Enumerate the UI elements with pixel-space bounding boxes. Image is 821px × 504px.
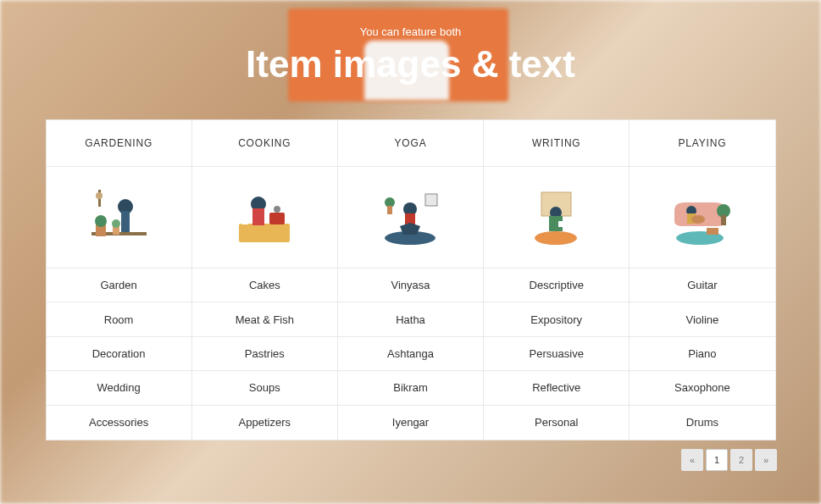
col-writing: WRITING Descriptive Expository Persuasiv… [484,120,630,440]
item-expository[interactable]: Expository [484,302,629,336]
item-descriptive[interactable]: Descriptive [484,269,629,302]
item-pastries[interactable]: Pastries [192,337,337,371]
svg-rect-32 [707,228,718,235]
header: You can feature both Item images & text [0,0,821,86]
svg-rect-2 [121,211,130,232]
item-accessories[interactable]: Accessories [47,406,191,440]
page-title: Item images & text [0,43,821,86]
col-header-gardening: GARDENING [47,120,191,167]
item-wedding[interactable]: Wedding [47,371,191,405]
svg-point-13 [274,206,280,213]
svg-point-6 [112,219,120,228]
col-yoga: YOGA Vinyasa Hatha Ashtanga Bikram Iyeng… [338,120,484,440]
item-violine[interactable]: Violine [630,302,774,336]
item-iyengar[interactable]: Iyengar [338,406,483,440]
svg-rect-20 [387,206,392,214]
col-playing: PLAYING Guitar Violine Piano Saxophone D… [630,120,774,440]
img-gardening [47,167,191,269]
col-header-playing: PLAYING [630,120,774,167]
item-garden[interactable]: Garden [47,269,191,302]
svg-point-29 [691,215,705,224]
item-ashtanga[interactable]: Ashtanga [338,337,483,371]
gardening-illustration-icon [83,186,155,249]
item-bikram[interactable]: Bikram [338,371,483,405]
img-writing [484,167,629,269]
page-1-button[interactable]: 1 [706,449,728,471]
svg-point-4 [95,215,107,227]
category-grid: GARDENING Garden Room Decoration Wedding… [46,119,776,440]
col-header-writing: WRITING [484,120,629,167]
item-appetizers[interactable]: Appetizers [192,406,337,440]
svg-rect-25 [558,221,567,227]
svg-rect-18 [425,194,437,206]
img-cooking [192,167,337,269]
item-guitar[interactable]: Guitar [630,269,774,302]
cooking-illustration-icon [229,186,301,249]
item-saxophone[interactable]: Saxophone [630,371,774,405]
item-persuasive[interactable]: Persuasive [484,337,629,371]
img-playing [630,167,774,269]
img-yoga [338,167,483,269]
item-hatha[interactable]: Hatha [338,302,483,336]
svg-rect-9 [239,224,290,242]
writing-illustration-icon [520,186,592,249]
svg-rect-31 [721,215,726,225]
svg-rect-12 [269,213,285,224]
item-piano[interactable]: Piano [630,337,774,371]
pagination: « 1 2 » [0,449,777,471]
item-room[interactable]: Room [47,302,191,336]
col-header-yoga: YOGA [338,120,483,167]
col-header-cooking: COOKING [192,120,337,167]
item-soups[interactable]: Soups [192,371,337,405]
svg-rect-14 [241,218,248,224]
item-vinyasa[interactable]: Vinyasa [338,269,483,302]
yoga-illustration-icon [374,186,447,249]
playing-illustration-icon [666,186,738,249]
svg-point-22 [535,231,577,245]
item-personal[interactable]: Personal [484,406,629,440]
col-gardening: GARDENING Garden Room Decoration Wedding… [47,120,192,440]
svg-rect-11 [252,208,264,225]
svg-point-8 [96,192,103,199]
item-reflective[interactable]: Reflective [484,371,629,405]
item-decoration[interactable]: Decoration [47,337,191,371]
page-first-button[interactable]: « [681,449,703,471]
col-cooking: COOKING Cakes Meat & Fish Pastries Soups… [192,120,338,440]
item-meat-fish[interactable]: Meat & Fish [192,302,337,336]
item-cakes[interactable]: Cakes [192,269,337,302]
subtitle: You can feature both [0,25,821,38]
page-last-button[interactable]: » [755,449,777,471]
item-drums[interactable]: Drums [630,406,774,440]
page-2-button[interactable]: 2 [730,449,752,471]
